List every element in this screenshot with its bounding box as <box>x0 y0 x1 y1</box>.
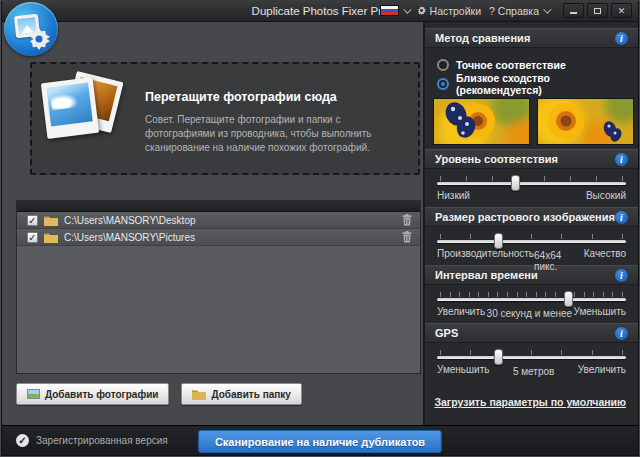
settings-menu[interactable]: Настройки <box>417 5 482 17</box>
bottom-bar: ✓ Зарегистрированная версия Сканирование… <box>2 425 638 455</box>
section-title: Размер растрового изображения <box>435 211 615 223</box>
slider-label-right: Увеличить <box>578 364 626 377</box>
slider-label-right: Уменьшить <box>574 306 626 319</box>
slider-ticks <box>440 292 623 297</box>
slider-label-left: Производительность <box>437 248 534 261</box>
close-icon: ✕ <box>618 6 626 16</box>
slider-label-left: Низкий <box>437 190 470 203</box>
add-photos-button[interactable]: Добавить фотографии <box>16 383 169 405</box>
folder-path: C:\Users\MANSORY\Pictures <box>64 232 396 243</box>
radio-exact-match[interactable]: Точное соответствие <box>437 56 626 73</box>
slider-track[interactable] <box>437 182 626 185</box>
image-icon <box>27 389 40 399</box>
check-circle-icon: ✓ <box>16 434 29 447</box>
slider-ticks <box>440 234 623 239</box>
slider-value: 5 метров <box>513 366 554 379</box>
sample-photo-left <box>433 98 530 145</box>
maximize-icon <box>594 8 601 14</box>
folder-checkbox[interactable]: ✓ <box>27 215 38 226</box>
section-title: GPS <box>435 327 458 339</box>
slider-ticks <box>440 176 623 181</box>
slider-thumb[interactable] <box>564 291 573 307</box>
trash-icon[interactable] <box>402 214 412 226</box>
settings-label: Настройки <box>430 5 482 17</box>
slider-value: 30 секунд и менее <box>487 308 573 321</box>
radio-similar-match[interactable]: Близкое сходство (рекомендуется) <box>437 75 626 92</box>
slider-thumb[interactable] <box>494 349 503 365</box>
match-level-slider[interactable]: Низкий Высокий <box>425 169 638 203</box>
minimize-icon <box>570 12 577 14</box>
folder-icon <box>44 232 58 243</box>
section-header-bitmap-size: Размер растрового изображения i <box>425 207 638 227</box>
folder-icon <box>192 389 206 400</box>
table-row[interactable]: ✓ C:\Users\MANSORY\Pictures <box>17 229 420 246</box>
gear-icon <box>28 28 50 50</box>
left-panel: Перетащите фотографии сюда Совет. Перета… <box>2 22 423 425</box>
slider-ticks <box>440 350 623 355</box>
time-interval-slider[interactable]: Увеличить 30 секунд и менее Уменьшить <box>425 285 638 319</box>
dropzone-title: Перетащите фотографии сюда <box>145 90 400 104</box>
minimize-button[interactable] <box>563 3 584 18</box>
section-header-gps: GPS i <box>425 323 638 343</box>
chevron-down-icon <box>403 5 411 13</box>
registered-label: Зарегистрированная версия <box>36 435 168 446</box>
gear-icon <box>417 6 426 15</box>
folder-checkbox[interactable]: ✓ <box>27 232 38 243</box>
info-icon[interactable]: i <box>615 211 628 224</box>
slider-label-right: Качество <box>584 248 626 261</box>
section-title: Уровень соответствия <box>435 153 558 165</box>
folder-icon <box>44 215 58 226</box>
help-label: ? Справка <box>489 5 539 17</box>
maximize-button[interactable] <box>587 3 608 18</box>
gps-slider[interactable]: Уменьшить 5 метров Увеличить <box>425 343 638 377</box>
settings-panel: Метод сравнения i Точное соответствие Бл… <box>423 22 638 425</box>
section-header-time-interval: Интервал времени i <box>425 265 638 285</box>
slider-track[interactable] <box>437 298 626 301</box>
radio-icon[interactable] <box>437 59 449 71</box>
dropzone-tip: Совет. Перетащите фотографии и папки с ф… <box>145 113 400 154</box>
slider-label-left: Увеличить <box>437 306 485 319</box>
russian-flag-icon <box>380 5 399 16</box>
app-window: Duplicate Photos Fixer Pro Настройки ? С… <box>0 0 640 457</box>
sample-photo-right <box>537 98 634 145</box>
language-selector[interactable] <box>380 5 409 16</box>
folder-list: ✓ C:\Users\MANSORY\Desktop ✓ C:\Users\MA… <box>16 200 421 374</box>
load-defaults-link[interactable]: Загрузить параметры по умолчанию <box>434 396 626 408</box>
bitmap-size-slider[interactable]: Производительность 64x64 пикс. Качество <box>425 227 638 261</box>
info-icon[interactable]: i <box>615 32 628 45</box>
add-photos-label: Добавить фотографии <box>45 389 158 400</box>
title-bar: Duplicate Photos Fixer Pro Настройки ? С… <box>2 0 638 22</box>
slider-track[interactable] <box>437 240 626 243</box>
add-folder-button[interactable]: Добавить папку <box>181 383 301 405</box>
close-button[interactable]: ✕ <box>611 3 632 18</box>
radio-label: Точное соответствие <box>456 59 566 71</box>
chevron-down-icon <box>543 5 551 13</box>
trash-icon[interactable] <box>402 231 412 243</box>
section-header-comparison: Метод сравнения i <box>425 28 638 48</box>
section-title: Метод сравнения <box>435 32 530 44</box>
slider-thumb[interactable] <box>511 175 520 191</box>
app-logo <box>4 2 58 56</box>
slider-track[interactable] <box>437 356 626 359</box>
add-folder-label: Добавить папку <box>211 389 290 400</box>
folder-list-header <box>17 201 420 212</box>
photos-stack-icon <box>32 64 137 164</box>
help-menu[interactable]: ? Справка <box>489 5 549 17</box>
info-icon[interactable]: i <box>615 327 628 340</box>
scan-button[interactable]: Сканирование на наличие дубликатов <box>198 430 442 453</box>
slider-thumb[interactable] <box>494 233 503 249</box>
info-icon[interactable]: i <box>615 153 628 166</box>
table-row[interactable]: ✓ C:\Users\MANSORY\Desktop <box>17 212 420 229</box>
slider-label-left: Уменьшить <box>437 364 489 377</box>
info-icon[interactable]: i <box>615 269 628 282</box>
registered-version: ✓ Зарегистрированная версия <box>2 434 168 447</box>
section-title: Интервал времени <box>435 269 538 281</box>
slider-label-right: Высокий <box>586 190 626 203</box>
folder-path: C:\Users\MANSORY\Desktop <box>64 215 396 226</box>
drop-zone[interactable]: Перетащите фотографии сюда Совет. Перета… <box>30 62 420 175</box>
slider-value: 64x64 пикс. <box>534 250 584 263</box>
section-header-match-level: Уровень соответствия i <box>425 149 638 169</box>
radio-selected-icon[interactable] <box>437 78 449 90</box>
radio-label: Близкое сходство (рекомендуется) <box>456 72 626 96</box>
